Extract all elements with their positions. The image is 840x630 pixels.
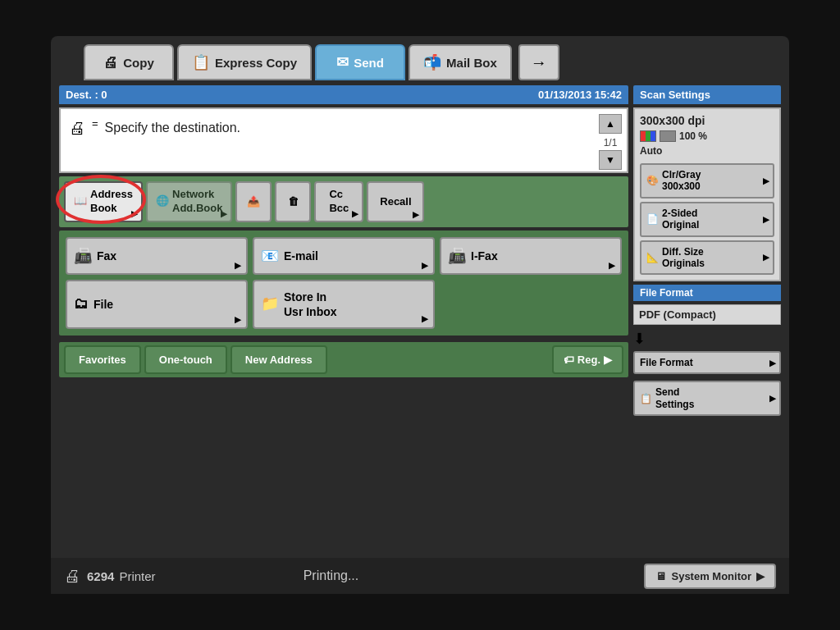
resolution-value: 300x300 dpi [640,114,705,127]
printing-status: Printing... [304,568,359,583]
scan-settings-header: Scan Settings [633,85,781,104]
system-monitor-icon: 🖥 [655,570,666,582]
tab-next-arrow[interactable]: → [518,44,559,80]
file-icon: 🗂 [74,295,89,313]
gray-icon [660,130,676,142]
file-format-header: File Format [633,285,781,301]
reg-btn[interactable]: 🏷 Reg. ▶ [552,345,623,374]
diff-size-arrow: ▶ [763,253,769,262]
file-format-btn-label: File Format [640,357,693,368]
delete-btn[interactable]: 🗑 [275,181,311,222]
diff-size-label: Diff. SizeOriginals [662,246,705,270]
i-fax-arrow: ▶ [609,261,615,270]
mail-box-icon: 📬 [423,53,441,71]
new-address-label: New Address [245,354,313,366]
store-in-usr-inbox-btn[interactable]: 📁 Store InUsr Inbox ▶ [253,280,435,329]
file-arrow: ▶ [235,315,241,324]
scroll-down-btn[interactable]: ▼ [599,150,622,170]
send-settings-icon: 📋 [640,393,652,404]
clr-gray-arrow: ▶ [763,176,769,185]
new-address-tab[interactable]: New Address [231,345,327,374]
network-add-book-label: NetworkAdd.Book [172,188,222,216]
two-sided-arrow: ▶ [763,215,769,224]
scroll-buttons: ▲ 1/1 ▼ [599,114,622,170]
tab-send[interactable]: ✉ Send [315,44,405,80]
diff-size-btn[interactable]: 📐 Diff. SizeOriginals ▶ [640,240,774,276]
i-fax-label: I-Fax [471,249,498,262]
auto-label: Auto [640,145,662,157]
network-icon: 🌐 [156,194,169,208]
delete-icon: 🗑 [288,195,299,208]
file-format-btn-arrow: ▶ [769,358,776,368]
address-book-icon: 📖 [74,194,87,208]
one-touch-label: One-touch [159,354,212,366]
equals-icon: = [92,117,98,130]
favorites-tab[interactable]: Favorites [64,345,141,374]
store-in-usr-inbox-label: Store InUsr Inbox [284,290,337,319]
send-settings-btn[interactable]: 📋 SendSettings ▶ [633,381,781,416]
page-indicator: 1/1 [599,137,622,148]
cc-bcc-arrow: ▶ [352,208,358,219]
two-sided-btn[interactable]: 📄 2-SidedOriginal ▶ [640,202,774,237]
tab-bar: 🖨 Copy 📋 Express Copy ✉ Send 📬 Mail Box … [59,44,781,80]
dest-label: Dest. : 0 [66,89,107,101]
file-label: File [94,298,113,311]
fax-icon: 📠 [74,247,92,265]
address-book-btn[interactable]: 📖 AddressBook ▶ [64,181,143,222]
tab-mail-box[interactable]: 📬 Mail Box [409,44,512,80]
two-sided-label: 2-SidedOriginal [662,208,699,231]
color-icon [640,130,656,142]
send-to-btn[interactable]: 📤 [235,181,272,222]
resolution-row: 300x300 dpi [640,114,774,127]
pdf-download-icon: ⬇ [633,331,646,347]
scroll-up-btn[interactable]: ▲ [599,114,622,134]
file-btn[interactable]: 🗂 File ▶ [66,280,248,329]
one-touch-tab[interactable]: One-touch [144,345,227,374]
i-fax-icon: 📠 [448,247,466,265]
cc-bcc-btn[interactable]: CcBcc ▶ [314,181,363,222]
tab-copy-label: Copy [123,56,154,70]
recall-arrow: ▶ [413,210,419,219]
store-arrow: ▶ [422,313,428,324]
tab-express-copy[interactable]: 📋 Express Copy [177,44,312,80]
status-printer-icon: 🖨 [64,567,80,586]
tab-mail-box-label: Mail Box [446,56,497,70]
clr-gray-btn[interactable]: 🎨 Clr/Gray 300x300 ▶ [640,163,774,199]
email-arrow: ▶ [422,261,428,270]
send-to-icon: 📤 [247,195,260,208]
clr-gray-icon: 🎨 [646,175,659,186]
send-settings-arrow: ▶ [769,394,776,403]
file-format-value: PDF (Compact) [633,304,781,325]
right-panel: Scan Settings 300x300 dpi 100 % Auto 🎨 C… [633,85,781,578]
function-grid: 📠 Fax ▶ 📧 E-mail ▶ 📠 I-Fax ▶ 🗂 File [59,231,628,336]
auto-row: Auto [640,145,774,157]
system-monitor-arrow: ▶ [756,570,765,582]
percentage-value: 100 % [679,130,707,142]
file-format-btn[interactable]: File Format ▶ [633,351,781,374]
email-btn[interactable]: 📧 E-mail ▶ [253,237,435,275]
clr-gray-label: Clr/Gray 300x300 [662,169,701,193]
fax-btn[interactable]: 📠 Fax ▶ [66,237,248,275]
main-area: Dest. : 0 01/13/2013 15:42 🖨 = Specify t… [59,85,781,578]
send-settings-label: SendSettings [655,386,694,410]
system-monitor-btn[interactable]: 🖥 System Monitor ▶ [644,564,776,589]
store-inbox-icon: 📁 [261,294,279,313]
recall-label: Recall [380,195,411,208]
i-fax-btn[interactable]: 📠 I-Fax ▶ [440,237,622,275]
network-arrow: ▶ [221,208,227,219]
email-label: E-mail [284,249,318,262]
address-book-wrapper: 📖 AddressBook ▶ [64,181,143,222]
two-sided-icon: 📄 [646,213,659,225]
reg-icon: 🏷 [564,354,574,366]
color-row: 100 % [640,130,774,142]
tab-send-label: Send [354,56,384,70]
reg-label: Reg. [578,354,600,366]
reg-arrow: ▶ [604,354,612,366]
network-add-book-btn[interactable]: 🌐 NetworkAdd.Book ▶ [146,181,232,222]
tab-copy[interactable]: 🖨 Copy [84,44,174,80]
bottom-bar: Favorites One-touch New Address 🏷 Reg. ▶ [59,342,628,377]
message-text: Specify the destination. [105,117,240,135]
dest-bar: Dest. : 0 01/13/2013 15:42 [59,85,628,104]
fax-label: Fax [97,249,116,262]
recall-btn[interactable]: Recall ▶ [367,181,424,222]
